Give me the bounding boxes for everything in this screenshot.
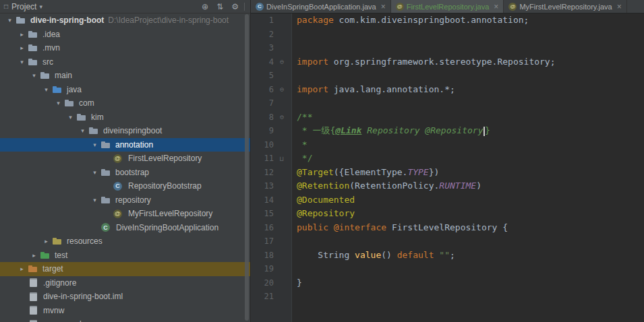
- chevron-down-icon[interactable]: ▾: [39, 3, 42, 10]
- tree-item-mvnw[interactable]: mvnw: [0, 304, 250, 318]
- code-line-12[interactable]: @Target({ElementType.TYPE}): [297, 166, 644, 180]
- fold-marker-icon[interactable]: ⊖: [274, 86, 290, 93]
- code-line-7[interactable]: [297, 96, 644, 110]
- code-line-4[interactable]: import org.springframework.stereotype.Re…: [297, 55, 644, 69]
- tree-item-resources[interactable]: ▸resources: [0, 234, 250, 249]
- collapse-arrow-icon[interactable]: ▸: [28, 252, 40, 259]
- line-number: 3: [251, 43, 274, 53]
- code-line-21[interactable]: [297, 290, 644, 304]
- expand-arrow-icon[interactable]: ▾: [16, 59, 28, 65]
- tree-item-label: mvnw.cmd: [43, 319, 82, 322]
- tree-item-label: java: [67, 85, 82, 94]
- tree-item-annotation[interactable]: ▾annotation: [0, 138, 250, 152]
- gutter-line: 8⊖: [251, 110, 291, 125]
- code-line-13[interactable]: @Retention(RetentionPolicy.RUNTIME): [297, 179, 644, 193]
- expand-arrow-icon[interactable]: ▾: [89, 197, 100, 203]
- tree-item-label: resources: [67, 236, 103, 246]
- code-token: (): [381, 250, 397, 260]
- code-line-2[interactable]: [297, 28, 644, 42]
- gutter-line: 3: [251, 41, 291, 55]
- settings-gear-icon[interactable]: ⚙: [231, 3, 239, 11]
- code-line-6[interactable]: import java.lang.annotation.*;: [297, 83, 644, 97]
- line-number: 17: [251, 236, 274, 246]
- tree-item-path-hint: D:\IdeaProject\dive-in-spring-boot: [108, 15, 229, 25]
- tree-item-repository[interactable]: ▾repository: [0, 193, 250, 207]
- tree-item-java[interactable]: ▾java: [0, 83, 250, 97]
- gutter-line: 18: [251, 249, 291, 263]
- tree-item-firstlevelrepository[interactable]: @FirstLevelRepository: [0, 152, 250, 166]
- collapse-all-icon[interactable]: ⇅: [216, 3, 223, 11]
- package-icon: [100, 167, 111, 178]
- collapse-arrow-icon[interactable]: ▸: [16, 265, 28, 272]
- tree-item-main[interactable]: ▾main: [0, 69, 250, 83]
- expand-arrow-icon[interactable]: ▾: [28, 72, 40, 79]
- tree-item-dive-in-spring-boot-iml[interactable]: dive-in-spring-boot.iml: [0, 290, 250, 304]
- tree-item-bootstrap[interactable]: ▾bootstrap: [0, 166, 250, 180]
- collapse-arrow-icon[interactable]: ▸: [40, 238, 52, 245]
- expand-arrow-icon[interactable]: ▾: [77, 127, 88, 134]
- gutter-line: 19: [251, 262, 291, 276]
- tree-item-test[interactable]: ▸test: [0, 249, 250, 263]
- close-tab-icon[interactable]: ×: [617, 2, 622, 11]
- tree-item-mvn[interactable]: ▸.mvn: [0, 41, 250, 55]
- tree-item-mvnw-cmd[interactable]: mvnw.cmd: [0, 317, 250, 322]
- tree-item-label: FirstLevelRepository: [128, 154, 202, 163]
- code-line-10[interactable]: *: [297, 138, 644, 152]
- tree-item-idea[interactable]: ▸.idea: [0, 28, 250, 42]
- expand-arrow-icon[interactable]: ▾: [53, 100, 64, 106]
- expand-arrow-icon[interactable]: ▾: [65, 114, 76, 121]
- tree-item-src[interactable]: ▾src: [0, 55, 250, 69]
- code-token: @Target: [297, 167, 334, 177]
- tree-item-myfirstlevelrepository[interactable]: @MyFirstLevelRepository: [0, 207, 250, 221]
- close-tab-icon[interactable]: ×: [381, 2, 386, 11]
- code-token: TYPE: [407, 167, 428, 177]
- tree-item-kim[interactable]: ▾kim: [0, 110, 250, 125]
- code-line-5[interactable]: [297, 69, 644, 83]
- collapse-arrow-icon[interactable]: ▸: [16, 44, 28, 51]
- code-editor[interactable]: package com.kim.diveinspringboot.annotat…: [292, 13, 644, 322]
- close-tab-icon[interactable]: ×: [494, 2, 498, 11]
- code-token: public @interface: [297, 222, 386, 232]
- expand-arrow-icon[interactable]: ▾: [4, 17, 16, 24]
- tree-item-diveinspringboot[interactable]: ▾diveinspringboot: [0, 124, 250, 138]
- file-icon: [30, 278, 37, 287]
- tree-item-diveinspringbootapplication[interactable]: CDiveInSpringBootApplication: [0, 221, 250, 235]
- editor-gutter: 1234⊖56⊖78⊖91011⊔12131415161718192021: [251, 13, 292, 322]
- fold-marker-icon[interactable]: ⊔: [274, 155, 290, 162]
- tree-item-repositorybootstrap[interactable]: CRepositoryBootstrap: [0, 179, 250, 193]
- tree-item-gitignore[interactable]: .gitignore: [0, 276, 250, 290]
- code-line-15[interactable]: @Repository: [297, 207, 644, 221]
- code-line-16[interactable]: public @interface FirstLevelRepository {: [297, 221, 644, 235]
- line-number: 4: [251, 57, 274, 67]
- package-icon: [100, 195, 111, 205]
- ide-window: □ Project ▾ ⊕⇅⚙ ▾dive-in-spring-bootD:\I…: [0, 0, 644, 322]
- fold-marker-icon[interactable]: ⊖: [274, 58, 290, 65]
- code-line-17[interactable]: [297, 234, 644, 249]
- tree-item-dive-in-spring-boot[interactable]: ▾dive-in-spring-bootD:\IdeaProject\dive-…: [0, 13, 250, 28]
- code-line-20[interactable]: }: [297, 276, 644, 290]
- code-line-11[interactable]: */: [297, 152, 644, 166]
- code-line-9[interactable]: * 一级{@Link Repository @Repository}: [297, 124, 644, 138]
- locate-file-icon[interactable]: ⊕: [202, 3, 208, 11]
- code-line-8[interactable]: /**: [297, 110, 644, 125]
- fold-marker-icon[interactable]: ⊖: [274, 113, 290, 121]
- tab-firstlevelrepository-java[interactable]: @FirstLevelRepository.java×: [391, 0, 504, 13]
- code-token: */: [297, 153, 312, 163]
- expand-arrow-icon[interactable]: ▾: [89, 141, 100, 148]
- code-line-14[interactable]: @Documented: [297, 193, 644, 207]
- code-line-19[interactable]: [297, 262, 644, 276]
- code-line-1[interactable]: package com.kim.diveinspringboot.annotat…: [297, 13, 644, 28]
- tree-item-com[interactable]: ▾com: [0, 96, 250, 110]
- expand-arrow-icon[interactable]: ▾: [40, 86, 52, 93]
- tab-label: MyFirstLevelRepository.java: [519, 3, 612, 11]
- code-line-3[interactable]: [297, 41, 644, 55]
- tab-diveinspringbootapplication-java[interactable]: CDiveInSpringBootApplication.java×: [251, 0, 391, 13]
- project-panel-title[interactable]: Project: [11, 2, 36, 11]
- collapse-arrow-icon[interactable]: ▸: [16, 31, 28, 38]
- code-line-18[interactable]: String value() default "";: [297, 249, 644, 263]
- tab-myfirstlevelrepository-java[interactable]: @MyFirstLevelRepository.java×: [504, 0, 626, 13]
- code-token: /**: [297, 112, 312, 122]
- expand-arrow-icon[interactable]: ▾: [89, 169, 100, 176]
- tree-item-target[interactable]: ▸target: [0, 262, 250, 276]
- project-tree-scrollbar[interactable]: [245, 14, 249, 321]
